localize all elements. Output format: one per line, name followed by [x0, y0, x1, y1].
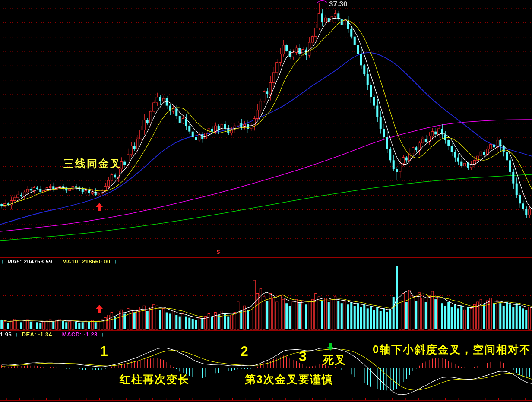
- kline-chart-canvas[interactable]: [0, 0, 532, 402]
- death-cross-label: 死叉: [323, 355, 346, 365]
- macd-value: MACD: -1.23: [62, 331, 98, 338]
- golden-cross-3-label: 3: [299, 349, 307, 363]
- golden-cross-2-label: 2: [241, 344, 248, 358]
- arrow-up-icon: ↑: [56, 258, 59, 265]
- volume-ma10-value: MA10: 218660.00: [62, 258, 111, 265]
- arrow-down-icon: ↓: [101, 331, 104, 338]
- arrow-down-icon: ↓: [56, 331, 59, 338]
- third-cross-note: 第3次金叉要谨慎: [245, 374, 333, 385]
- golden-cross-1-label: 1: [100, 344, 108, 358]
- zero-axis-note: 0轴下小斜度金叉，空间相对不大: [373, 344, 532, 355]
- arrow-down-icon: ↓: [15, 331, 18, 338]
- dif-value: 1.96: [0, 331, 12, 338]
- volume-ma5-value: MA5: 204753.59: [7, 258, 52, 265]
- dea-value: DEA: -1.34: [22, 331, 52, 338]
- golden-cross-note: 三线同金叉: [63, 158, 122, 169]
- macd-indicator-header: 1.96 ↓ DEA: -1.34 ↓ MACD: -1.23 ↓: [0, 332, 106, 337]
- arrow-down-icon: ↓: [1, 258, 4, 265]
- volume-indicator-header: ↓ MA5: 204753.59 ↑ MA10: 218660.00 ↓: [1, 259, 119, 264]
- split-marker: $: [217, 249, 220, 255]
- red-bars-note: 红柱再次变长: [120, 374, 190, 385]
- arrow-down-icon: ↓: [114, 258, 117, 265]
- chart-window: 三线同金叉 37.30 $ ↓ MA5: 204753.59 ↑ MA10: 2…: [0, 0, 532, 402]
- peak-price-label: 37.30: [329, 0, 348, 8]
